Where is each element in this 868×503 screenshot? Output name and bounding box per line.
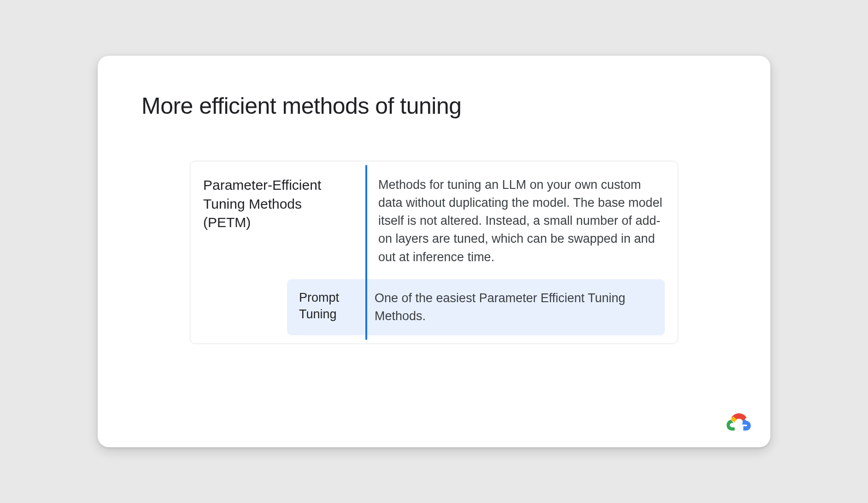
main-term-row: Parameter-Efficient Tuning Methods (PETM…: [190, 161, 678, 279]
sub-term-name-cell: Prompt Tuning: [287, 279, 365, 335]
sub-term-box: Prompt Tuning One of the easiest Paramet…: [287, 279, 665, 335]
main-term-description: Methods for tuning an LLM on your own cu…: [378, 176, 663, 266]
sub-term-description: One of the easiest Parameter Efficient T…: [375, 289, 653, 325]
main-term-name-cell: Parameter-Efficient Tuning Methods (PETM…: [190, 161, 365, 279]
sub-term-name: Prompt Tuning: [299, 289, 356, 323]
main-term-desc-cell: Methods for tuning an LLM on your own cu…: [365, 161, 678, 279]
main-term-name: Parameter-Efficient Tuning Methods (PETM…: [203, 176, 352, 232]
vertical-divider: [365, 165, 367, 340]
slide-title: More efficient methods of tuning: [141, 93, 727, 119]
google-cloud-logo-icon: [726, 412, 752, 433]
sub-term-desc-cell: One of the easiest Parameter Efficient T…: [365, 279, 665, 335]
content-box: Parameter-Efficient Tuning Methods (PETM…: [190, 161, 678, 344]
slide-card: More efficient methods of tuning Paramet…: [98, 56, 770, 447]
